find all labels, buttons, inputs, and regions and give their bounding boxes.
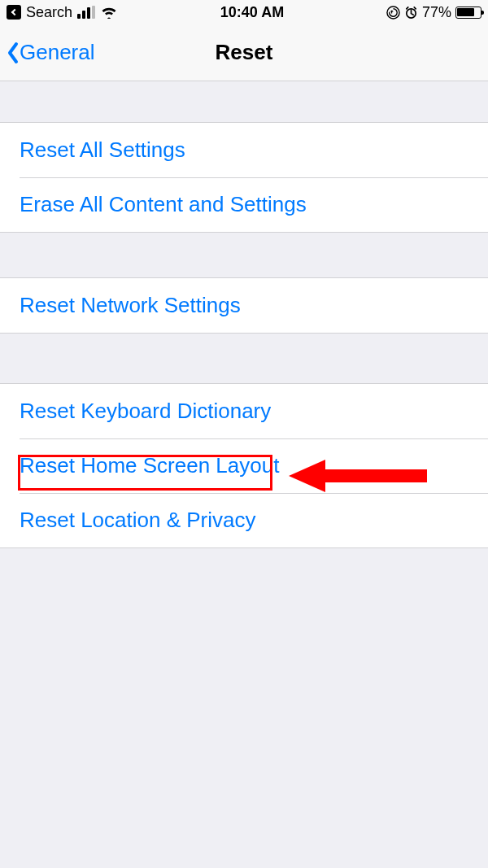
reset-network-settings[interactable]: Reset Network Settings bbox=[0, 278, 488, 333]
settings-group-3: Reset Keyboard Dictionary Reset Home Scr… bbox=[0, 383, 488, 548]
reset-keyboard-dictionary[interactable]: Reset Keyboard Dictionary bbox=[0, 384, 488, 438]
cellular-signal-icon bbox=[77, 6, 95, 19]
row-label: Erase All Content and Settings bbox=[20, 192, 307, 216]
reset-all-settings[interactable]: Reset All Settings bbox=[0, 123, 488, 177]
back-button-label: General bbox=[20, 40, 95, 65]
battery-fill bbox=[457, 8, 474, 16]
row-label: Reset Home Screen Layout bbox=[20, 453, 279, 478]
reset-home-screen-layout[interactable]: Reset Home Screen Layout bbox=[0, 438, 488, 493]
nav-bar: General Reset bbox=[0, 24, 488, 81]
row-label: Reset Location & Privacy bbox=[20, 508, 255, 532]
status-right: 77% bbox=[386, 4, 481, 21]
status-left: Search bbox=[7, 4, 118, 21]
rotation-lock-icon bbox=[386, 6, 400, 20]
page-title: Reset bbox=[216, 40, 273, 65]
reset-location-and-privacy[interactable]: Reset Location & Privacy bbox=[0, 493, 488, 547]
back-to-app-label[interactable]: Search bbox=[26, 4, 72, 21]
settings-group-2: Reset Network Settings bbox=[0, 277, 488, 334]
chevron-left-icon bbox=[7, 41, 20, 64]
back-to-app-icon[interactable] bbox=[7, 5, 21, 20]
status-bar: Search 10:40 AM 77% bbox=[0, 0, 488, 24]
erase-all-content-and-settings[interactable]: Erase All Content and Settings bbox=[0, 177, 488, 232]
alarm-icon bbox=[404, 6, 418, 20]
battery-percentage: 77% bbox=[422, 4, 451, 21]
back-button[interactable]: General bbox=[7, 40, 95, 65]
row-label: Reset Keyboard Dictionary bbox=[20, 399, 271, 423]
settings-group-1: Reset All Settings Erase All Content and… bbox=[0, 122, 488, 233]
wifi-icon bbox=[100, 6, 118, 19]
row-label: Reset All Settings bbox=[20, 137, 185, 162]
battery-icon bbox=[455, 7, 481, 19]
row-label: Reset Network Settings bbox=[20, 293, 241, 317]
status-time: 10:40 AM bbox=[220, 4, 284, 21]
